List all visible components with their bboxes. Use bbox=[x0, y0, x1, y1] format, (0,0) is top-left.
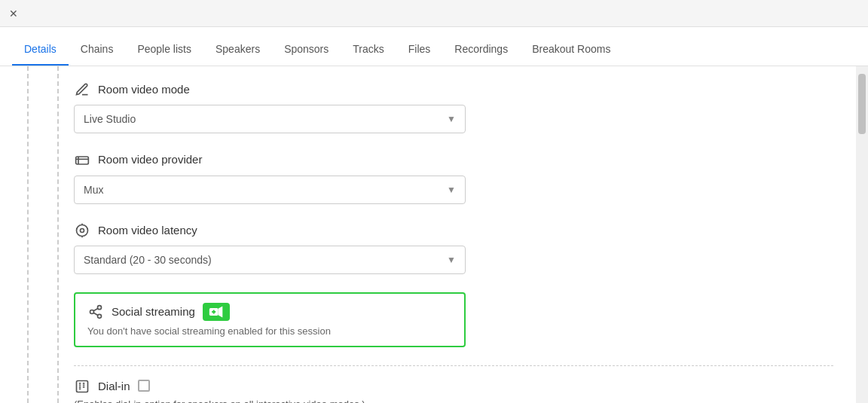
room-video-provider-title: Room video provider bbox=[98, 153, 202, 166]
dial-in-title: Dial-in bbox=[98, 380, 130, 392]
tab-details[interactable]: Details bbox=[12, 43, 69, 66]
scrollbar-thumb[interactable] bbox=[858, 74, 866, 134]
social-streaming-description: You don't have social streaming enabled … bbox=[87, 325, 452, 337]
close-button[interactable]: ✕ bbox=[6, 6, 21, 21]
tab-breakout-rooms[interactable]: Breakout Rooms bbox=[520, 43, 622, 66]
room-video-latency-dropdown[interactable]: Standard (20 - 30 seconds) ▼ bbox=[74, 246, 466, 274]
tab-sponsors[interactable]: Sponsors bbox=[272, 43, 341, 66]
room-video-provider-section: Room video provider Mux ▼ bbox=[74, 151, 833, 203]
social-streaming-title: Social streaming bbox=[112, 305, 195, 318]
tab-navigation: Details Chains People lists Speakers Spo… bbox=[0, 27, 868, 66]
main-content: Room video mode Live Studio ▼ Room video… bbox=[0, 66, 868, 403]
top-bar: ✕ bbox=[0, 0, 868, 27]
svg-line-11 bbox=[93, 309, 98, 311]
social-streaming-section: Social streaming You don't have social s… bbox=[74, 292, 466, 347]
room-video-provider-icon bbox=[74, 151, 90, 167]
social-streaming-icon bbox=[87, 304, 104, 319]
room-video-mode-value: Live Studio bbox=[84, 113, 136, 125]
svg-point-7 bbox=[98, 306, 102, 310]
room-video-latency-value: Standard (20 - 30 seconds) bbox=[84, 254, 212, 266]
tab-recordings[interactable]: Recordings bbox=[442, 43, 520, 66]
dial-in-section: Dial-in (Enables dial-in option for spea… bbox=[74, 365, 833, 403]
tab-files[interactable]: Files bbox=[396, 43, 443, 66]
scrollbar-track bbox=[857, 66, 866, 403]
room-video-mode-header: Room video mode bbox=[74, 81, 833, 97]
room-video-provider-dropdown[interactable]: Mux ▼ bbox=[74, 176, 466, 204]
scrollbar[interactable] bbox=[856, 66, 868, 403]
chevron-down-icon: ▼ bbox=[447, 185, 456, 195]
svg-rect-16 bbox=[77, 381, 88, 392]
room-video-provider-value: Mux bbox=[84, 184, 103, 196]
svg-point-8 bbox=[90, 310, 94, 314]
room-video-provider-header: Room video provider bbox=[74, 151, 833, 167]
add-social-streaming-button[interactable] bbox=[203, 303, 230, 321]
svg-point-4 bbox=[81, 228, 84, 232]
chevron-down-icon: ▼ bbox=[447, 255, 456, 265]
svg-point-9 bbox=[98, 315, 102, 319]
room-video-latency-header: Room video latency bbox=[74, 222, 833, 238]
tab-speakers[interactable]: Speakers bbox=[203, 43, 272, 66]
social-streaming-header: Social streaming bbox=[87, 303, 452, 321]
room-video-mode-dropdown[interactable]: Live Studio ▼ bbox=[74, 105, 466, 133]
room-video-latency-title: Room video latency bbox=[98, 224, 197, 237]
dial-in-icon bbox=[74, 378, 90, 394]
tab-people-lists[interactable]: People lists bbox=[125, 43, 203, 66]
dial-in-header: Dial-in bbox=[74, 378, 833, 394]
content-area: Room video mode Live Studio ▼ Room video… bbox=[57, 66, 856, 403]
room-video-mode-title: Room video mode bbox=[98, 83, 190, 96]
room-video-latency-icon bbox=[74, 222, 90, 238]
add-video-icon bbox=[209, 306, 224, 318]
svg-point-3 bbox=[77, 224, 88, 236]
room-video-mode-section: Room video mode Live Studio ▼ bbox=[74, 81, 833, 133]
tab-tracks[interactable]: Tracks bbox=[341, 43, 396, 66]
chevron-down-icon: ▼ bbox=[447, 114, 456, 124]
svg-line-10 bbox=[93, 313, 98, 316]
room-video-mode-icon bbox=[74, 81, 90, 97]
tab-chains[interactable]: Chains bbox=[69, 43, 126, 66]
dial-in-description: (Enables dial-in option for speakers on … bbox=[74, 398, 833, 403]
svg-rect-0 bbox=[76, 157, 89, 164]
room-video-latency-section: Room video latency Standard (20 - 30 sec… bbox=[74, 222, 833, 274]
dial-in-checkbox[interactable] bbox=[138, 380, 150, 392]
svg-marker-13 bbox=[218, 306, 222, 317]
